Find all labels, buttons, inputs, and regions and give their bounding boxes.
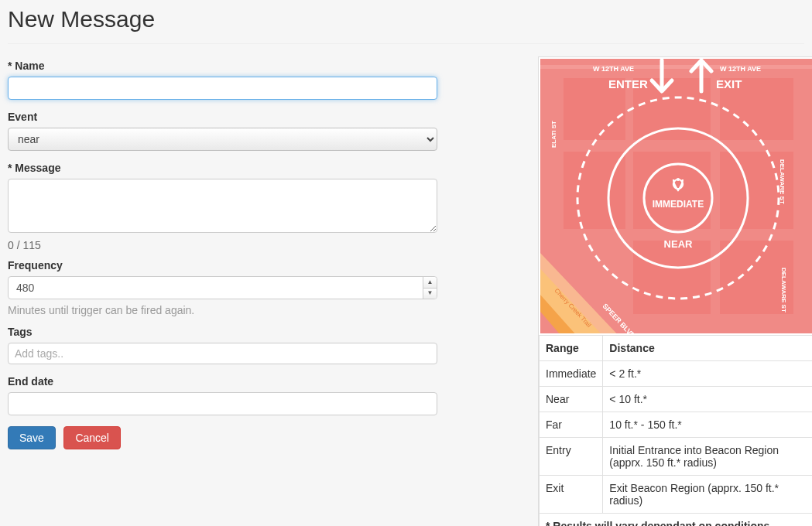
message-textarea[interactable]	[8, 179, 437, 233]
tags-label: Tags	[8, 326, 437, 338]
event-label: Event	[8, 111, 437, 123]
page-title: New Message	[8, 6, 804, 32]
side-column: W 12TH AVE W 12TH AVE ELATI ST DELAWARE …	[538, 56, 812, 526]
svg-text:ENTER: ENTER	[608, 77, 648, 91]
table-row: Far 10 ft.* - 150 ft.*	[540, 412, 813, 438]
th-distance: Distance	[603, 336, 812, 361]
range-diagram: W 12TH AVE W 12TH AVE ELATI ST DELAWARE …	[539, 57, 812, 335]
tags-input[interactable]: Add tags..	[8, 343, 437, 364]
name-label: * Name	[8, 60, 437, 72]
table-footer: * Results will vary dependant on conditi…	[540, 514, 813, 527]
name-input[interactable]	[8, 77, 437, 100]
frequency-down-button[interactable]: ▼	[423, 289, 437, 299]
frequency-up-button[interactable]: ▲	[423, 277, 437, 289]
svg-rect-8	[633, 241, 711, 314]
svg-rect-5	[564, 152, 625, 229]
svg-text:EXIT: EXIT	[716, 77, 742, 91]
cancel-button[interactable]: Cancel	[63, 426, 121, 449]
form-column: * Name Event near * Message 0 / 115 Freq…	[8, 56, 437, 449]
save-button[interactable]: Save	[8, 426, 56, 449]
svg-rect-10	[540, 65, 812, 69]
svg-text:IMMEDIATE: IMMEDIATE	[653, 199, 704, 210]
table-row: Immediate < 2 ft.*	[540, 361, 813, 387]
svg-text:W 12TH AVE: W 12TH AVE	[593, 65, 634, 73]
table-row: Near < 10 ft.*	[540, 387, 813, 412]
frequency-spinner: ▲ ▼	[423, 277, 437, 299]
svg-text:NEAR: NEAR	[664, 238, 693, 250]
message-char-count: 0 / 115	[8, 239, 437, 251]
svg-text:W 12TH AVE: W 12TH AVE	[720, 65, 761, 73]
frequency-helper: Minutes until trigger can be fired again…	[8, 304, 437, 316]
event-select[interactable]: near	[8, 128, 437, 151]
end-date-label: End date	[8, 375, 437, 388]
svg-point-27	[677, 178, 680, 181]
message-label: * Message	[8, 162, 437, 174]
end-date-input[interactable]	[8, 392, 437, 415]
th-range: Range	[540, 336, 603, 361]
svg-text:DELAWARE ST: DELAWARE ST	[779, 159, 786, 204]
table-row: Exit Exit Beacon Region (apprx. 150 ft.*…	[540, 476, 813, 514]
svg-text:DELAWARE ST: DELAWARE ST	[780, 268, 787, 313]
frequency-label: Frequency	[8, 259, 437, 272]
svg-text:ELATI ST: ELATI ST	[550, 121, 557, 148]
range-table: Range Distance Immediate < 2 ft.* Near <…	[539, 335, 812, 526]
frequency-input[interactable]	[8, 276, 437, 299]
title-separator	[8, 43, 804, 44]
table-row: Entry Initial Entrance into Beacon Regio…	[540, 438, 813, 476]
